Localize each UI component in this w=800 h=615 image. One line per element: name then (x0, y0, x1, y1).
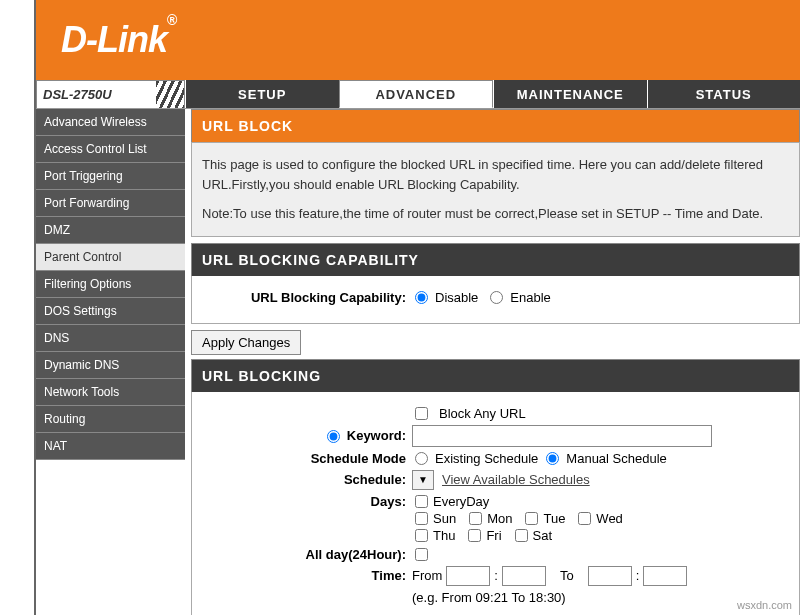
from-hour-input[interactable] (446, 566, 490, 586)
header: D-Link® (36, 0, 800, 80)
section-url-block-title: URL BLOCK (191, 109, 800, 142)
to-hour-input[interactable] (588, 566, 632, 586)
block-any-url-label: Block Any URL (439, 406, 526, 421)
existing-schedule-radio[interactable] (415, 452, 428, 465)
manual-schedule-label: Manual Schedule (566, 451, 666, 466)
capability-enable-label: Enable (510, 290, 550, 305)
desc-text-2: Note:To use this feature,the time of rou… (202, 204, 789, 224)
from-min-input[interactable] (502, 566, 546, 586)
mon-checkbox[interactable] (469, 512, 482, 525)
tue-checkbox[interactable] (525, 512, 538, 525)
sat-label: Sat (533, 528, 553, 543)
wed-label: Wed (596, 511, 623, 526)
sun-label: Sun (433, 511, 456, 526)
fri-checkbox[interactable] (468, 529, 481, 542)
sidebar-item-filtering-options[interactable]: Filtering Options (36, 271, 185, 298)
url-blocking-form: Block Any URL Keyword: Schedule Mode (191, 392, 800, 616)
tab-setup[interactable]: SETUP (185, 80, 339, 108)
thu-checkbox[interactable] (415, 529, 428, 542)
capability-disable-radio[interactable] (415, 291, 428, 304)
capability-disable-label: Disable (435, 290, 478, 305)
keyword-label: Keyword: (347, 428, 406, 443)
thu-label: Thu (433, 528, 455, 543)
mon-label: Mon (487, 511, 512, 526)
sidebar-item-advanced-wireless[interactable]: Advanced Wireless (36, 109, 185, 136)
all-day-checkbox[interactable] (415, 548, 428, 561)
view-available-schedules-link[interactable]: View Available Schedules (442, 472, 590, 487)
sidebar-item-nat[interactable]: NAT (36, 433, 185, 460)
section-url-blocking-title: URL BLOCKING (191, 359, 800, 392)
sun-checkbox[interactable] (415, 512, 428, 525)
from-label: From (412, 568, 442, 583)
capability-enable-radio[interactable] (490, 291, 503, 304)
keyword-input[interactable] (412, 425, 712, 447)
time-example-label: (e.g. From 09:21 To 18:30) (412, 590, 566, 605)
sidebar-item-routing[interactable]: Routing (36, 406, 185, 433)
sidebar-item-dos-settings[interactable]: DOS Settings (36, 298, 185, 325)
sidebar-item-port-triggering[interactable]: Port Triggering (36, 163, 185, 190)
apply-changes-button[interactable]: Apply Changes (191, 330, 301, 355)
to-min-input[interactable] (643, 566, 687, 586)
schedule-mode-label: Schedule Mode (202, 451, 412, 466)
sidebar-item-dmz[interactable]: DMZ (36, 217, 185, 244)
sidebar-item-dynamic-dns[interactable]: Dynamic DNS (36, 352, 185, 379)
keyword-radio[interactable] (327, 430, 340, 443)
sidebar-item-dns[interactable]: DNS (36, 325, 185, 352)
existing-schedule-label: Existing Schedule (435, 451, 538, 466)
section-url-block-desc: This page is used to configure the block… (191, 142, 800, 237)
desc-text-1: This page is used to configure the block… (202, 155, 789, 194)
schedule-label: Schedule: (202, 472, 412, 487)
watermark: wsxdn.com (737, 599, 792, 611)
sat-checkbox[interactable] (515, 529, 528, 542)
tab-status[interactable]: STATUS (647, 80, 801, 108)
sidebar-item-network-tools[interactable]: Network Tools (36, 379, 185, 406)
manual-schedule-radio[interactable] (546, 452, 559, 465)
days-label: Days: (202, 494, 412, 509)
capability-label: URL Blocking Capability: (202, 290, 412, 305)
model-label: DSL-2750U (36, 80, 185, 108)
sidebar-item-access-control-list[interactable]: Access Control List (36, 136, 185, 163)
schedule-dropdown-button[interactable]: ▼ (412, 470, 434, 490)
tue-label: Tue (543, 511, 565, 526)
capability-form: URL Blocking Capability: Disable Enable (191, 276, 800, 324)
fri-label: Fri (486, 528, 501, 543)
wed-checkbox[interactable] (578, 512, 591, 525)
sidebar-item-parent-control[interactable]: Parent Control (36, 244, 185, 271)
top-nav: DSL-2750U SETUP ADVANCED MAINTENANCE STA… (36, 80, 800, 109)
sidebar-item-port-forwarding[interactable]: Port Forwarding (36, 190, 185, 217)
sidebar: Advanced Wireless Access Control List Po… (36, 109, 185, 615)
everyday-label: EveryDay (433, 494, 489, 509)
tab-maintenance[interactable]: MAINTENANCE (493, 80, 647, 108)
to-label: To (560, 568, 574, 583)
everyday-checkbox[interactable] (415, 495, 428, 508)
all-day-label: All day(24Hour): (202, 547, 412, 562)
time-label: Time: (202, 568, 412, 583)
brand-logo: D-Link® (61, 19, 176, 61)
block-any-url-checkbox[interactable] (415, 407, 428, 420)
tab-advanced[interactable]: ADVANCED (339, 80, 494, 108)
section-capability-title: URL BLOCKING CAPABILITY (191, 243, 800, 276)
